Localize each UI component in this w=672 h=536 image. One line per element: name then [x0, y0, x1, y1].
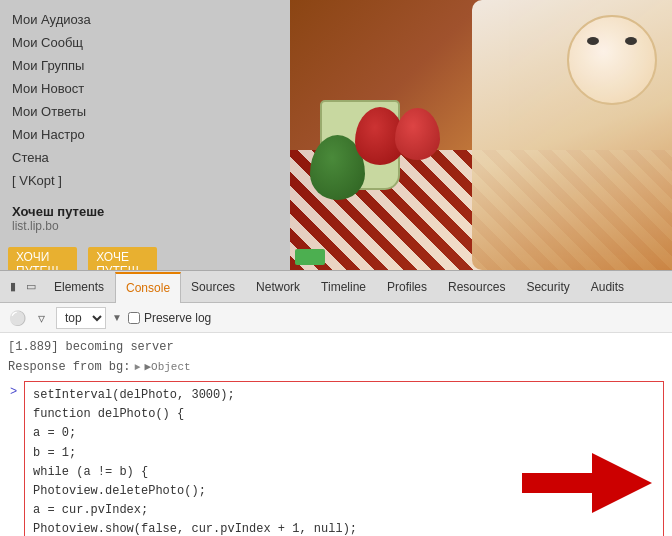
- red-arrow-svg: [522, 453, 652, 513]
- context-dropdown-arrow[interactable]: ▼: [112, 312, 122, 323]
- code-line-0: setInterval(delPhoto, 3000);: [33, 386, 655, 405]
- tab-profiles[interactable]: Profiles: [377, 271, 438, 302]
- sidebar-item-7[interactable]: [ VKopt ]: [0, 169, 290, 192]
- device-icon[interactable]: ▭: [23, 279, 39, 295]
- sidebar-item-6[interactable]: Стена: [0, 146, 290, 169]
- preserve-log-label[interactable]: Preserve log: [128, 311, 211, 325]
- kitten-eye-left: [587, 37, 599, 45]
- sidebar-item-4[interactable]: Мои Ответы: [0, 100, 290, 123]
- console-output-area: [1.889] becoming server Response from bg…: [0, 333, 672, 536]
- devtools-icon-buttons: ▮ ▭: [4, 279, 40, 295]
- browser-content-area: Мои Аудиоза Мои Сообщ Мои Группы Мои Нов…: [0, 0, 672, 270]
- sidebar-item-0[interactable]: Мои Аудиоза: [0, 8, 290, 31]
- response-text: Response from bg:: [8, 358, 130, 376]
- tab-console[interactable]: Console: [115, 272, 181, 303]
- svg-marker-0: [522, 453, 652, 513]
- sidebar-item-5[interactable]: Мои Настро: [0, 123, 290, 146]
- kitten-eye-right: [625, 37, 637, 45]
- inspect-icon[interactable]: ▮: [5, 279, 21, 295]
- console-prompt: >: [10, 385, 17, 399]
- sidebar-item-3[interactable]: Мои Новост: [0, 77, 290, 100]
- background-image: [290, 0, 672, 270]
- sidebar-area: Мои Аудиоза Мои Сообщ Мои Группы Мои Нов…: [0, 0, 290, 270]
- egg-red-2: [395, 108, 440, 160]
- object-expand-arrow[interactable]: ►: [134, 360, 140, 375]
- code-line-2: a = 0;: [33, 424, 655, 443]
- tab-sources[interactable]: Sources: [181, 271, 246, 302]
- sidebar-item-1[interactable]: Мои Сообщ: [0, 31, 290, 54]
- kitten-body: [472, 0, 672, 270]
- sidebar-item-bold-0[interactable]: Хочеш путеше: [12, 204, 278, 219]
- console-toolbar: ⚪ ▿ top ▼ Preserve log: [0, 303, 672, 333]
- tab-audits[interactable]: Audits: [581, 271, 635, 302]
- context-selector[interactable]: top: [56, 307, 106, 329]
- tab-security[interactable]: Security: [516, 271, 580, 302]
- filter-icon[interactable]: ▿: [32, 309, 50, 327]
- code-line-1: function delPhoto() {: [33, 405, 655, 424]
- sidebar-promo-2: ХОЧЕПУТЕШ...: [88, 247, 157, 270]
- object-label: ▶Object: [144, 359, 190, 376]
- kitten-face: [567, 15, 657, 105]
- devtools-tabs-bar: ▮ ▭ Elements Console Sources Network Tim…: [0, 271, 672, 303]
- console-line-2: Response from bg: ► ▶Object: [8, 357, 664, 377]
- sidebar-item-2[interactable]: Мои Группы: [0, 54, 290, 77]
- tab-resources[interactable]: Resources: [438, 271, 516, 302]
- code-line-7: Photoview.show(false, cur.pvIndex + 1, n…: [33, 520, 655, 536]
- preserve-log-checkbox[interactable]: [128, 312, 140, 324]
- devtools-panel: ▮ ▭ Elements Console Sources Network Tim…: [0, 270, 672, 536]
- green-status-badge: [295, 249, 325, 265]
- tab-elements[interactable]: Elements: [44, 271, 115, 302]
- clear-console-button[interactable]: ⚪: [8, 309, 26, 327]
- image-area: [290, 0, 672, 270]
- tab-timeline[interactable]: Timeline: [311, 271, 377, 302]
- console-line-1: [1.889] becoming server: [8, 337, 664, 357]
- red-arrow-indicator: [522, 453, 652, 517]
- tab-network[interactable]: Network: [246, 271, 311, 302]
- sidebar-promo-1: ХОЧИПУТЕШ...: [8, 247, 77, 270]
- sidebar-item-9[interactable]: list.lip.bo: [12, 219, 278, 233]
- preserve-log-text: Preserve log: [144, 311, 211, 325]
